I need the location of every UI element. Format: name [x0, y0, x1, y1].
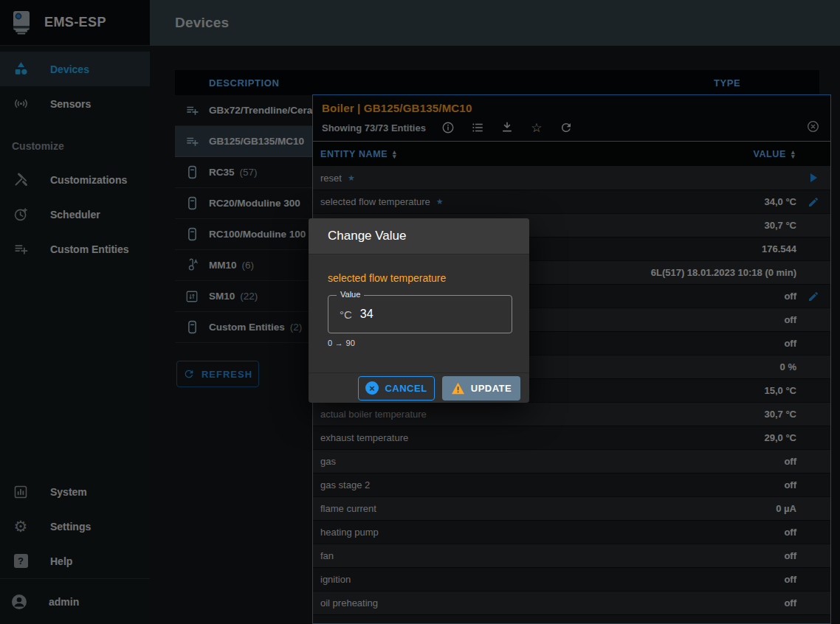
ems-esp-app: EMS-ESP Devices Sensors Cus: [0, 0, 840, 624]
update-button[interactable]: UPDATE: [442, 376, 520, 401]
dialog-body: selected flow temperature Value °C 34 0 …: [309, 254, 529, 347]
change-value-dialog: Change Value selected flow temperature V…: [309, 218, 529, 403]
dialog-header: Change Value: [309, 218, 529, 254]
cancel-button[interactable]: × CANCEL: [358, 376, 435, 401]
dialog-entity-label: selected flow temperature: [328, 272, 510, 284]
dialog-title: Change Value: [328, 229, 407, 243]
value-input-text: 34: [360, 308, 373, 321]
cancel-circle-icon: ×: [365, 381, 379, 395]
cancel-label: CANCEL: [385, 383, 427, 394]
value-range-helper: 0 → 90: [328, 339, 510, 347]
warning-triangle-icon: [451, 382, 465, 395]
unit-adornment: °C: [340, 308, 352, 321]
update-label: UPDATE: [471, 383, 512, 394]
dialog-footer: × CANCEL UPDATE: [309, 372, 529, 403]
value-input-label: Value: [337, 290, 364, 299]
value-input[interactable]: Value °C 34: [328, 295, 512, 333]
